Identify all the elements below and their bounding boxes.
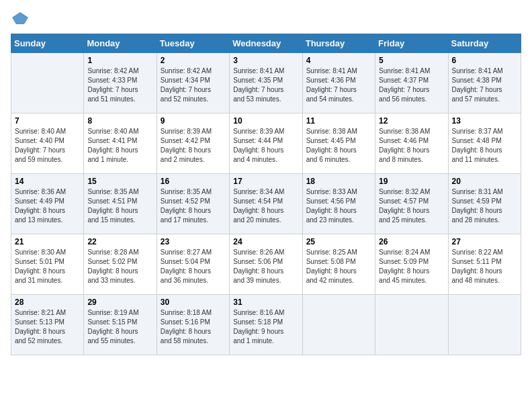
day-cell: 30Sunrise: 8:18 AM Sunset: 5:16 PM Dayli…: [157, 295, 229, 355]
day-info: Sunrise: 8:25 AM Sunset: 5:08 PM Dayligh…: [306, 248, 371, 285]
day-cell: 10Sunrise: 8:39 AM Sunset: 4:44 PM Dayli…: [230, 113, 302, 174]
day-cell: 5Sunrise: 8:41 AM Sunset: 4:37 PM Daylig…: [375, 53, 448, 113]
day-info: Sunrise: 8:41 AM Sunset: 4:35 PM Dayligh…: [233, 66, 298, 104]
day-number: 14: [15, 177, 80, 186]
day-cell: 6Sunrise: 8:41 AM Sunset: 4:38 PM Daylig…: [448, 53, 521, 113]
day-number: 18: [306, 177, 371, 186]
day-number: 22: [87, 237, 152, 246]
day-cell: 19Sunrise: 8:32 AM Sunset: 4:57 PM Dayli…: [375, 174, 448, 234]
day-info: Sunrise: 8:35 AM Sunset: 4:51 PM Dayligh…: [87, 187, 152, 225]
day-info: Sunrise: 8:34 AM Sunset: 4:54 PM Dayligh…: [233, 187, 298, 225]
calendar-table: SundayMondayTuesdayWednesdayThursdayFrid…: [11, 34, 521, 355]
day-info: Sunrise: 8:28 AM Sunset: 5:02 PM Dayligh…: [87, 248, 152, 285]
day-number: 5: [379, 56, 444, 65]
logo-icon: [11, 11, 30, 26]
day-number: 17: [233, 177, 298, 186]
day-number: 31: [233, 298, 298, 307]
day-number: 3: [233, 56, 298, 65]
day-cell: 24Sunrise: 8:26 AM Sunset: 5:06 PM Dayli…: [230, 234, 302, 295]
day-number: 29: [87, 298, 152, 307]
day-info: Sunrise: 8:40 AM Sunset: 4:41 PM Dayligh…: [87, 127, 152, 165]
week-row-3: 14Sunrise: 8:36 AM Sunset: 4:49 PM Dayli…: [11, 174, 521, 234]
day-info: Sunrise: 8:16 AM Sunset: 5:18 PM Dayligh…: [233, 308, 298, 346]
day-number: 16: [161, 177, 226, 186]
day-info: Sunrise: 8:39 AM Sunset: 4:44 PM Dayligh…: [233, 127, 298, 165]
day-number: 7: [15, 116, 80, 126]
day-cell: 9Sunrise: 8:39 AM Sunset: 4:42 PM Daylig…: [157, 113, 229, 174]
column-header-saturday: Saturday: [448, 34, 521, 53]
week-row-4: 21Sunrise: 8:30 AM Sunset: 5:01 PM Dayli…: [11, 234, 521, 295]
day-number: 2: [161, 56, 226, 65]
day-number: 6: [452, 56, 517, 65]
day-cell: 20Sunrise: 8:31 AM Sunset: 4:59 PM Dayli…: [448, 174, 521, 234]
logo: [11, 11, 32, 26]
day-number: 13: [452, 116, 517, 126]
day-info: Sunrise: 8:24 AM Sunset: 5:09 PM Dayligh…: [379, 248, 444, 285]
day-cell: 27Sunrise: 8:22 AM Sunset: 5:11 PM Dayli…: [448, 234, 521, 295]
day-number: 20: [452, 177, 517, 186]
day-info: Sunrise: 8:26 AM Sunset: 5:06 PM Dayligh…: [233, 248, 298, 285]
day-cell: 1Sunrise: 8:42 AM Sunset: 4:33 PM Daylig…: [84, 53, 157, 113]
column-header-tuesday: Tuesday: [157, 34, 229, 53]
day-info: Sunrise: 8:33 AM Sunset: 4:56 PM Dayligh…: [306, 187, 371, 225]
day-info: Sunrise: 8:41 AM Sunset: 4:38 PM Dayligh…: [452, 66, 517, 104]
day-number: 21: [15, 237, 80, 246]
day-number: 1: [87, 56, 152, 65]
day-info: Sunrise: 8:36 AM Sunset: 4:49 PM Dayligh…: [15, 187, 80, 225]
day-cell: 15Sunrise: 8:35 AM Sunset: 4:51 PM Dayli…: [84, 174, 157, 234]
day-cell: 16Sunrise: 8:35 AM Sunset: 4:52 PM Dayli…: [157, 174, 229, 234]
day-number: 8: [87, 116, 152, 126]
day-cell: 17Sunrise: 8:34 AM Sunset: 4:54 PM Dayli…: [230, 174, 302, 234]
day-cell: 18Sunrise: 8:33 AM Sunset: 4:56 PM Dayli…: [302, 174, 375, 234]
column-header-thursday: Thursday: [302, 34, 375, 53]
day-cell: 23Sunrise: 8:27 AM Sunset: 5:04 PM Dayli…: [157, 234, 229, 295]
day-cell: 29Sunrise: 8:19 AM Sunset: 5:15 PM Dayli…: [84, 295, 157, 355]
day-info: Sunrise: 8:30 AM Sunset: 5:01 PM Dayligh…: [15, 248, 80, 285]
page-header: [11, 11, 521, 26]
day-info: Sunrise: 8:31 AM Sunset: 4:59 PM Dayligh…: [452, 187, 517, 225]
day-number: 30: [161, 298, 226, 307]
week-row-1: 1Sunrise: 8:42 AM Sunset: 4:33 PM Daylig…: [11, 53, 521, 113]
day-info: Sunrise: 8:32 AM Sunset: 4:57 PM Dayligh…: [379, 187, 444, 225]
day-number: 24: [233, 237, 298, 246]
day-info: Sunrise: 8:27 AM Sunset: 5:04 PM Dayligh…: [161, 248, 226, 285]
day-cell: 31Sunrise: 8:16 AM Sunset: 5:18 PM Dayli…: [230, 295, 302, 355]
day-cell: [11, 53, 84, 113]
day-cell: 12Sunrise: 8:38 AM Sunset: 4:46 PM Dayli…: [375, 113, 448, 174]
day-number: 15: [87, 177, 152, 186]
day-info: Sunrise: 8:35 AM Sunset: 4:52 PM Dayligh…: [161, 187, 226, 225]
day-cell: 4Sunrise: 8:41 AM Sunset: 4:36 PM Daylig…: [302, 53, 375, 113]
day-cell: [302, 295, 375, 355]
day-info: Sunrise: 8:42 AM Sunset: 4:34 PM Dayligh…: [161, 66, 226, 104]
column-header-sunday: Sunday: [11, 34, 84, 53]
day-number: 9: [161, 116, 226, 126]
day-number: 12: [379, 116, 444, 126]
day-number: 26: [379, 237, 444, 246]
day-number: 4: [306, 56, 371, 65]
day-number: 28: [15, 298, 80, 307]
day-cell: 2Sunrise: 8:42 AM Sunset: 4:34 PM Daylig…: [157, 53, 229, 113]
day-number: 27: [452, 237, 517, 246]
day-number: 23: [161, 237, 226, 246]
column-header-friday: Friday: [375, 34, 448, 53]
day-info: Sunrise: 8:37 AM Sunset: 4:48 PM Dayligh…: [452, 127, 517, 165]
column-header-wednesday: Wednesday: [230, 34, 302, 53]
day-number: 11: [306, 116, 371, 126]
column-header-monday: Monday: [84, 34, 157, 53]
week-row-2: 7Sunrise: 8:40 AM Sunset: 4:40 PM Daylig…: [11, 113, 521, 174]
day-cell: 7Sunrise: 8:40 AM Sunset: 4:40 PM Daylig…: [11, 113, 84, 174]
day-info: Sunrise: 8:40 AM Sunset: 4:40 PM Dayligh…: [15, 127, 80, 165]
day-info: Sunrise: 8:19 AM Sunset: 5:15 PM Dayligh…: [87, 308, 152, 346]
day-info: Sunrise: 8:22 AM Sunset: 5:11 PM Dayligh…: [452, 248, 517, 285]
week-row-5: 28Sunrise: 8:21 AM Sunset: 5:13 PM Dayli…: [11, 295, 521, 355]
day-info: Sunrise: 8:38 AM Sunset: 4:46 PM Dayligh…: [379, 127, 444, 165]
day-info: Sunrise: 8:42 AM Sunset: 4:33 PM Dayligh…: [87, 66, 152, 104]
day-cell: 26Sunrise: 8:24 AM Sunset: 5:09 PM Dayli…: [375, 234, 448, 295]
calendar-header-row: SundayMondayTuesdayWednesdayThursdayFrid…: [11, 34, 521, 53]
day-cell: 25Sunrise: 8:25 AM Sunset: 5:08 PM Dayli…: [302, 234, 375, 295]
day-number: 10: [233, 116, 298, 126]
day-cell: 8Sunrise: 8:40 AM Sunset: 4:41 PM Daylig…: [84, 113, 157, 174]
day-cell: 28Sunrise: 8:21 AM Sunset: 5:13 PM Dayli…: [11, 295, 84, 355]
day-cell: [448, 295, 521, 355]
day-cell: 22Sunrise: 8:28 AM Sunset: 5:02 PM Dayli…: [84, 234, 157, 295]
